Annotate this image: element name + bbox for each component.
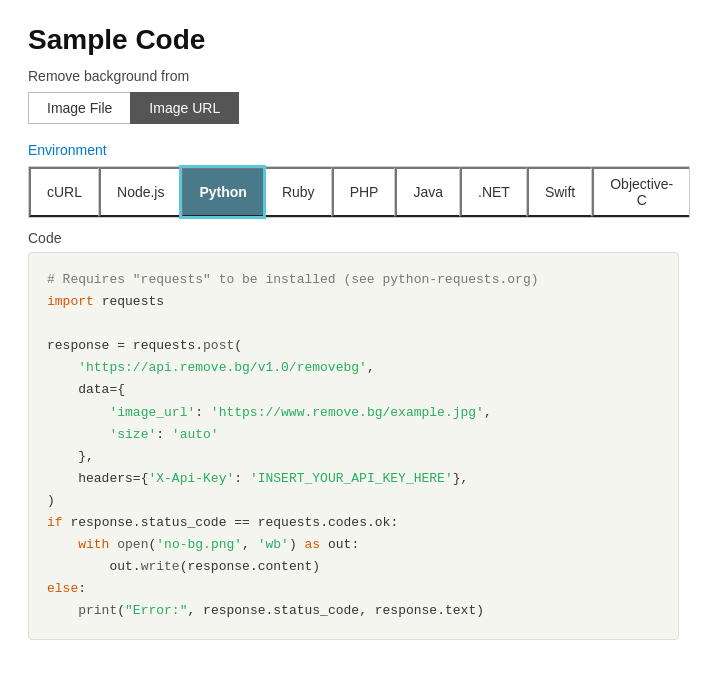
environment-label: Environment <box>28 142 679 158</box>
code-line-11: ) <box>47 490 660 512</box>
remove-bg-label: Remove background from <box>28 68 679 84</box>
code-line-8: 'size': 'auto' <box>47 424 660 446</box>
code-line-2: import requests <box>47 291 660 313</box>
code-line-9: }, <box>47 446 660 468</box>
code-line-5: 'https://api.remove.bg/v1.0/removebg', <box>47 357 660 379</box>
tab-image-url[interactable]: Image URL <box>130 92 239 124</box>
tab-swift[interactable]: Swift <box>527 167 592 217</box>
source-tabs: Image File Image URL <box>28 92 679 124</box>
code-line-1: # Requires "requests" to be installed (s… <box>47 269 660 291</box>
code-line-14: out.write(response.content) <box>47 556 660 578</box>
code-block: # Requires "requests" to be installed (s… <box>28 252 679 640</box>
code-line-4: response = requests.post( <box>47 335 660 357</box>
code-line-3 <box>47 313 660 335</box>
tab-php[interactable]: PHP <box>332 167 396 217</box>
code-line-13: with open('no-bg.png', 'wb') as out: <box>47 534 660 556</box>
code-line-10: headers={'X-Api-Key': 'INSERT_YOUR_API_K… <box>47 468 660 490</box>
tab-ruby[interactable]: Ruby <box>264 167 332 217</box>
code-label: Code <box>28 230 679 246</box>
tab-nodejs[interactable]: Node.js <box>99 167 181 217</box>
code-line-6: data={ <box>47 379 660 401</box>
env-tabs: cURL Node.js Python Ruby PHP Java .NET S… <box>28 166 690 218</box>
tab-image-file[interactable]: Image File <box>28 92 130 124</box>
code-line-16: print("Error:", response.status_code, re… <box>47 600 660 622</box>
code-line-12: if response.status_code == requests.code… <box>47 512 660 534</box>
code-line-7: 'image_url': 'https://www.remove.bg/exam… <box>47 402 660 424</box>
tab-objective-c[interactable]: Objective-C <box>592 167 689 217</box>
tab-curl[interactable]: cURL <box>29 167 99 217</box>
tab-dotnet[interactable]: .NET <box>460 167 527 217</box>
tab-java[interactable]: Java <box>395 167 460 217</box>
code-line-15: else: <box>47 578 660 600</box>
tab-python[interactable]: Python <box>181 167 263 217</box>
page-title: Sample Code <box>28 24 679 56</box>
